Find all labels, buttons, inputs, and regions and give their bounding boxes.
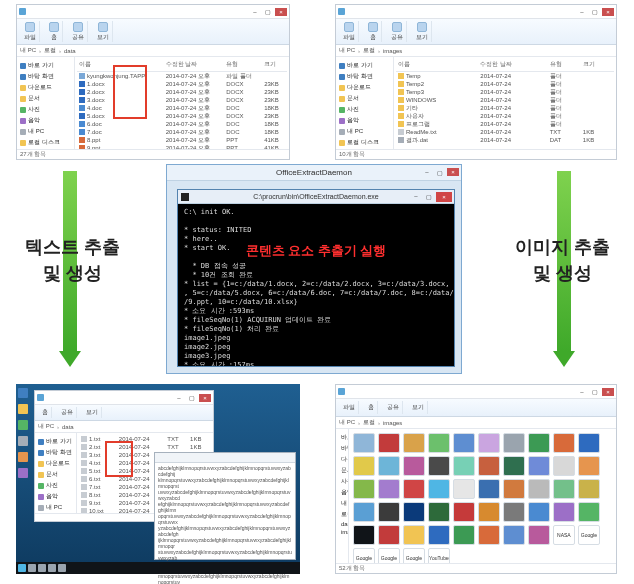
table-row[interactable]: 8.ppt2014-07-24 오후PPT41KB [77,136,287,144]
table-row[interactable]: 4.doc2014-07-24 오후DOC18KB [77,104,287,112]
breadcrumb-seg[interactable]: images [383,420,402,426]
breadcrumb[interactable]: 내 PC› 로컬› images [336,45,616,57]
thumbnail[interactable] [503,456,525,476]
sidebar-item[interactable]: 사진 [338,104,391,115]
ribbon-tab[interactable]: 홈 [365,21,382,42]
column-header[interactable]: 크기 [262,59,287,72]
table-row[interactable]: Temp32014-07-24폴더 [396,88,614,96]
ribbon-tab[interactable]: 보기 [83,407,102,418]
desktop-icon[interactable] [18,468,28,478]
thumbnail[interactable] [378,433,400,453]
desktop-icon[interactable] [18,388,28,398]
close-button[interactable]: × [602,8,614,16]
thumbnail[interactable] [353,456,375,476]
thumbnail[interactable] [428,502,450,522]
thumbnail[interactable] [428,433,450,453]
thumbnail[interactable] [578,502,600,522]
ribbon-tab[interactable]: 보기 [413,21,432,42]
thumbnail[interactable] [528,525,550,545]
breadcrumb-seg[interactable]: data [62,424,74,430]
ribbon-tab[interactable]: 파일 [340,21,359,42]
thumbnail[interactable] [378,479,400,499]
thumbnail[interactable] [353,433,375,453]
sidebar-item[interactable]: 다운로드 [37,458,74,469]
taskbar-button[interactable] [58,564,66,572]
table-row[interactable]: 3.docx2014-07-24 오후DOCX23KB [77,96,287,104]
file-list[interactable]: 이름 수정한 날짜 유형 크기 kyungkwonjung.TAPP2014-0… [75,57,289,149]
thumbnail[interactable] [378,456,400,476]
thumbnail[interactable] [428,525,450,545]
breadcrumb-seg[interactable]: data [64,48,76,54]
thumbnail-grid[interactable]: NASAGoogleGoogleGoogleGoogleYouTube [349,429,616,563]
column-header[interactable]: 이름 [77,59,164,72]
sidebar-item[interactable]: 바로 가기 [338,60,391,71]
sidebar-item[interactable]: 내 PC [338,498,346,509]
ribbon-tab[interactable]: 공유 [58,407,77,418]
breadcrumb[interactable]: 내 PC› data [35,421,213,433]
thumbnail[interactable] [428,456,450,476]
breadcrumb-seg[interactable]: images [383,48,402,54]
table-row[interactable]: Temp2014-07-24폴더 [396,72,614,81]
thumbnail-brand[interactable]: Google [353,548,375,563]
thumbnail-brand[interactable]: YouTube [428,548,450,563]
sidebar-item[interactable]: 다운로드 [338,454,346,465]
ribbon-tab[interactable]: 홈 [46,21,63,42]
thumbnail[interactable] [578,456,600,476]
thumbnail[interactable] [528,479,550,499]
thumbnail[interactable] [553,479,575,499]
thumbnail[interactable] [578,479,600,499]
sidebar-item[interactable]: 다운로드 [19,82,72,93]
table-row[interactable]: kyungkwonjung.TAPP2014-07-24 오후파일 폴더 [77,72,287,81]
table-row[interactable]: 9.ppt2014-07-24 오후PPT41KB [77,144,287,149]
thumbnail[interactable] [528,502,550,522]
table-row[interactable]: 기타2014-07-24폴더 [396,104,614,112]
table-row[interactable]: ReadMe.txt2014-07-24TXT1KB [396,128,614,136]
breadcrumb-seg[interactable]: 로컬 [363,46,375,55]
column-header[interactable]: 이름 [396,59,478,72]
sidebar-item[interactable]: data [338,148,391,149]
thumbnail-brand[interactable]: Google [378,548,400,563]
column-header[interactable]: 유형 [224,59,262,72]
thumbnail[interactable] [378,525,400,545]
sidebar-item[interactable]: data [338,520,346,528]
thumbnail[interactable] [353,502,375,522]
close-button[interactable]: × [199,394,211,402]
minimize-button[interactable]: – [576,388,588,396]
ribbon-tab[interactable]: 보기 [94,21,113,42]
thumbnail[interactable] [503,479,525,499]
thumbnail[interactable] [453,479,475,499]
sidebar-item[interactable]: 내 PC [37,502,74,513]
sidebar-item[interactable]: 로컬 디스크 [19,137,72,148]
thumbnail[interactable] [478,433,500,453]
ribbon-tab[interactable]: 홈 [365,401,378,414]
close-button[interactable]: × [436,192,452,202]
thumbnail[interactable] [553,433,575,453]
table-row[interactable]: 6.doc2014-07-24 오후DOC18KB [77,120,287,128]
ribbon-tab[interactable]: 파일 [21,21,40,42]
sidebar-item[interactable]: 음악 [37,491,74,502]
minimize-button[interactable]: – [421,168,433,176]
sidebar-item[interactable]: 다운로드 [338,82,391,93]
breadcrumb[interactable]: 내 PC› 로컬› data [17,45,289,57]
thumbnail[interactable] [403,456,425,476]
ribbon-tab[interactable]: 공유 [69,21,88,42]
ribbon-tab[interactable]: 보기 [409,401,428,414]
breadcrumb-seg[interactable]: 내 PC [38,422,54,431]
sidebar-item[interactable]: 내 PC [338,126,391,137]
desktop-icon[interactable] [18,452,28,462]
table-row[interactable]: 1.txt2014-07-24TXT1KB [79,435,211,443]
sidebar-item[interactable]: 바로 가기 [19,60,72,71]
thumbnail[interactable] [553,502,575,522]
thumbnail[interactable] [578,433,600,453]
table-row[interactable]: 사용자2014-07-24폴더 [396,112,614,120]
sidebar-item[interactable]: 바탕 화면 [338,443,346,454]
thumbnail-brand[interactable]: NASA [553,525,575,545]
sidebar-item[interactable]: 내 PC [19,126,72,137]
sidebar-item[interactable]: 문서 [37,469,74,480]
ribbon-tab[interactable]: 홈 [39,407,52,418]
table-row[interactable]: WINDOWS2014-07-24폴더 [396,96,614,104]
close-button[interactable]: × [447,168,459,176]
sidebar-item[interactable]: 사진 [37,480,74,491]
table-row[interactable]: 7.doc2014-07-24 오후DOC18KB [77,128,287,136]
thumbnail[interactable] [503,433,525,453]
